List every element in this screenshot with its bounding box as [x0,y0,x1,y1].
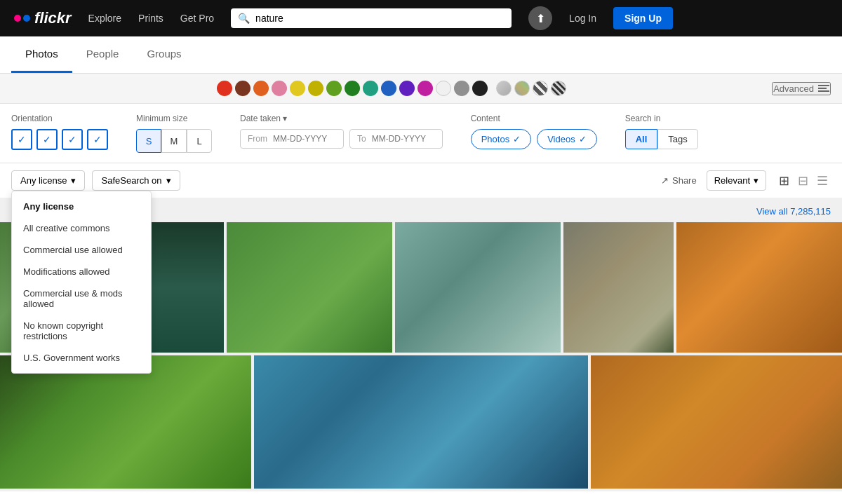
swatch-orange[interactable] [253,81,269,96]
swatch-pink[interactable] [272,81,287,96]
nav-prints[interactable]: Prints [138,13,163,24]
view-list[interactable]: ☰ [814,172,831,190]
size-l[interactable]: L [187,129,212,153]
content-group: Content Photos ✓ Videos ✓ [471,114,597,149]
advanced-button[interactable]: Advanced [772,82,831,95]
color-swatches [11,81,772,96]
license-chevron-icon: ▾ [71,175,76,186]
dropdown-item-6[interactable]: U.S. Government works [12,347,151,369]
swatch-gray[interactable] [454,81,469,96]
photo-item-9[interactable] [591,355,842,489]
swatch-any[interactable] [496,81,512,96]
dropdown-item-3[interactable]: Modifications allowed [12,261,151,282]
photo-item-7[interactable] [0,355,251,489]
photo-item-8[interactable] [254,355,589,489]
view-grid-medium[interactable]: ⊟ [795,172,811,190]
orient-portrait[interactable]: ✓ [36,129,58,150]
dropdown-item-1[interactable]: All creative commons [12,217,151,239]
swatch-blue[interactable] [381,81,396,96]
search-container: 🔍 [231,8,512,28]
swatch-illustration[interactable] [533,81,548,96]
to-label: To [357,134,366,144]
nav-explore[interactable]: Explore [88,13,121,24]
photo-item-5[interactable] [563,222,674,353]
login-button[interactable]: Log In [569,13,596,24]
tabs: Photos People Groups [0,36,842,74]
swatch-magenta[interactable] [417,81,433,96]
filter-lines-icon [818,85,829,92]
size-options: S M L [136,129,212,153]
license-dropdown: Any license All creative commons Commerc… [11,191,152,374]
results-bar: → Any license ▾ Any license All creative… [0,163,842,198]
photo-item-6[interactable] [676,222,842,353]
logo-dots [14,15,30,22]
upload-button[interactable]: ⬆ [528,6,552,30]
swatch-teal[interactable] [363,81,378,96]
videos-check-icon: ✓ [579,134,587,144]
dropdown-item-4[interactable]: Commercial use & mods allowed [12,282,151,315]
safesearch-chevron-icon: ▾ [166,175,171,186]
photos-check-icon: ✓ [513,134,521,144]
logo-text: flickr [34,9,72,27]
orientation-group: Orientation ✓ ✓ ✓ ✓ [11,114,108,150]
nav-getpro[interactable]: Get Pro [180,13,214,24]
orient-landscape[interactable]: ✓ [11,129,32,150]
orientation-boxes: ✓ ✓ ✓ ✓ [11,129,108,150]
photo-item-3[interactable] [227,222,392,353]
swatch-black[interactable] [472,81,488,96]
content-photos[interactable]: Photos ✓ [471,129,531,149]
swatch-red[interactable] [217,81,232,96]
swatch-lime[interactable] [326,81,342,96]
tab-people[interactable]: People [72,36,133,73]
results-right: ↗ Share Relevant ▾ ⊞ ⊟ ☰ [661,170,831,191]
filter-bar: Advanced [0,74,842,104]
swatch-yellow[interactable] [308,81,323,96]
date-to[interactable] [372,134,435,144]
tab-groups[interactable]: Groups [133,36,195,73]
swatch-bw[interactable] [551,81,566,96]
search-icon: 🔍 [238,13,250,24]
min-size-label: Minimum size [136,114,212,123]
logo[interactable]: flickr [14,9,72,27]
swatch-green[interactable] [345,81,360,96]
date-inputs: From To [240,129,443,149]
date-to-group: To [349,129,443,149]
search-in-btns: All Tags [625,129,698,149]
swatch-purple[interactable] [399,81,415,96]
view-grid-small[interactable]: ⊞ [776,172,792,190]
dropdown-item-2[interactable]: Commercial use allowed [12,239,151,261]
swatch-yellowgreen[interactable] [290,81,305,96]
content-videos[interactable]: Videos ✓ [537,129,597,149]
dropdown-item-0[interactable]: Any license [12,196,151,217]
orient-landscape-check: ✓ [18,134,26,145]
header: flickr Explore Prints Get Pro 🔍 ⬆ Log In… [0,0,842,36]
orient-square[interactable]: ✓ [62,129,83,150]
sort-button[interactable]: Relevant ▾ [707,170,766,191]
advanced-label: Advanced [773,83,814,94]
tab-photos[interactable]: Photos [11,36,72,73]
swatch-white[interactable] [436,81,451,96]
signup-button[interactable]: Sign Up [613,7,673,29]
safesearch-button[interactable]: SafeSearch on ▾ [92,170,180,191]
orient-panorama[interactable]: ✓ [87,129,108,150]
license-button[interactable]: Any license ▾ [11,170,85,191]
share-button[interactable]: ↗ Share [661,175,697,186]
sort-label: Relevant [714,175,750,186]
orientation-label: Orientation [11,114,108,123]
search-in-tags[interactable]: Tags [657,129,697,149]
dot-blue [23,15,30,22]
size-m[interactable]: M [161,129,187,153]
swatch-brown[interactable] [235,81,250,96]
sort-chevron-icon: ▾ [754,175,759,186]
search-in-all[interactable]: All [625,129,658,149]
date-label: Date taken ▾ [240,114,443,123]
photo-item-4[interactable] [395,222,561,353]
dot-pink [14,15,21,22]
date-from[interactable] [273,134,336,144]
swatch-photorealistic[interactable] [514,81,530,96]
dropdown-item-5[interactable]: No known copyright restrictions [12,315,151,347]
advanced-filters: Orientation ✓ ✓ ✓ ✓ Minimum size S M L D… [0,104,842,163]
search-in-group: Search in All Tags [625,114,698,149]
size-s[interactable]: S [136,129,161,153]
search-input[interactable] [255,13,504,24]
